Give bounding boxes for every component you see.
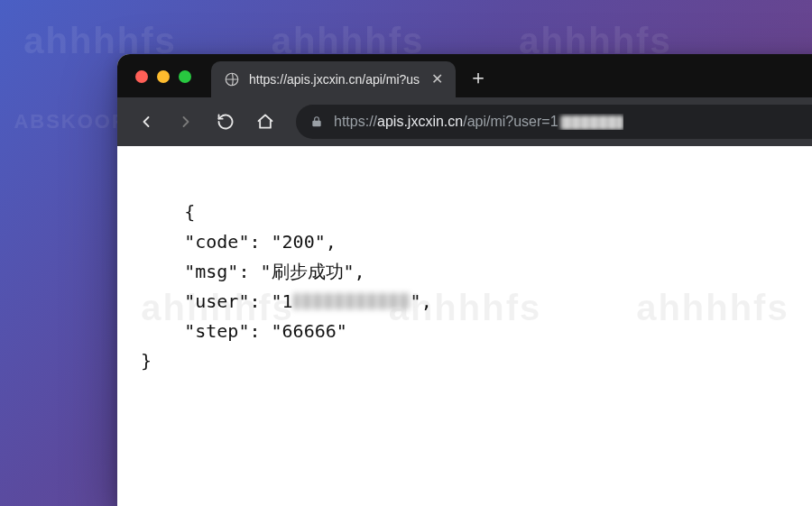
reload-button[interactable]	[209, 106, 242, 138]
browser-window: https://apis.jxcxin.cn/api/mi?us ✕ ＋ htt…	[117, 54, 812, 506]
maximize-window-button[interactable]	[179, 70, 191, 83]
address-bar[interactable]: https://apis.jxcxin.cn/api/mi?user=1	[296, 105, 812, 139]
json-val-msg: "刷步成功"	[260, 261, 354, 282]
json-key-msg: "msg"	[184, 261, 238, 282]
json-val-code: "200"	[272, 231, 326, 253]
api-icon	[224, 71, 240, 87]
home-button[interactable]	[249, 106, 281, 138]
json-key-code: "code"	[184, 231, 249, 253]
json-val-user-suffix: "	[411, 290, 421, 312]
tab-title: https://apis.jxcxin.cn/api/mi?us	[249, 72, 420, 87]
browser-tab[interactable]: https://apis.jxcxin.cn/api/mi?us ✕	[211, 61, 456, 97]
json-brace-open: {	[184, 201, 195, 223]
forward-button[interactable]	[170, 106, 202, 138]
traffic-lights	[135, 70, 191, 83]
json-key-step: "step"	[184, 320, 249, 342]
minimize-window-button[interactable]	[157, 70, 170, 83]
toolbar: https://apis.jxcxin.cn/api/mi?user=1	[117, 97, 812, 146]
titlebar: https://apis.jxcxin.cn/api/mi?us ✕ ＋	[117, 54, 812, 97]
json-val-user-prefix: "1	[272, 290, 293, 312]
new-tab-button[interactable]: ＋	[465, 64, 492, 91]
close-tab-button[interactable]: ✕	[429, 71, 445, 87]
page-content: ahhhhfs ahhhhfs ahhhhfs ABSKOOP.COM ABSK…	[117, 146, 812, 398]
url-text: https://apis.jxcxin.cn/api/mi?user=1	[334, 114, 623, 130]
json-key-user: "user"	[184, 290, 249, 312]
censored-url-segment	[560, 115, 623, 130]
censored-user-value	[293, 293, 411, 309]
back-button[interactable]	[130, 106, 162, 138]
close-window-button[interactable]	[135, 70, 148, 83]
json-val-step: "66666"	[272, 320, 347, 342]
tab-strip: https://apis.jxcxin.cn/api/mi?us ✕ ＋	[211, 61, 492, 97]
json-brace-close: }	[141, 350, 152, 372]
lock-icon	[310, 115, 323, 128]
